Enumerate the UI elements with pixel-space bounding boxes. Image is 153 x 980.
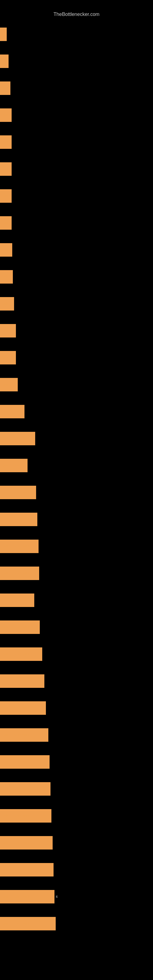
bar-row: Bottleneck result bbox=[0, 506, 153, 533]
bar-row: Bott bbox=[0, 263, 153, 290]
bar-row: Bott bbox=[0, 75, 153, 102]
bar-row: Bott bbox=[0, 183, 153, 210]
bar-value: 4 bbox=[56, 895, 57, 899]
bar-row: Bott bbox=[0, 236, 153, 263]
bar-row: Bottleneck result bbox=[0, 856, 153, 883]
bar-label: Bottle bbox=[1, 301, 13, 307]
bar-row: Bottlen bbox=[0, 344, 153, 371]
bar-row: Bottleneck result bbox=[0, 775, 153, 802]
bar-label: Bottleneck result bbox=[1, 436, 30, 441]
bar-label: Bottlen bbox=[1, 355, 14, 360]
bar-row: Bott bbox=[0, 210, 153, 236]
bar-label: Bott bbox=[1, 112, 10, 118]
bar-row: Bott bbox=[0, 129, 153, 156]
bar-row: Bottleneck result bbox=[0, 533, 153, 560]
bar-label: Bott bbox=[1, 86, 10, 91]
bar-label: Bott bbox=[1, 193, 10, 199]
bar-row: Bottleneck re bbox=[0, 452, 153, 479]
bar-row: Bottleneck result bbox=[0, 614, 153, 641]
bar-label: Bott bbox=[1, 166, 10, 172]
bar-label: Bottleneck resul bbox=[1, 598, 29, 603]
bar-row: Bottleneck resul bbox=[0, 587, 153, 614]
bar-label: Bo bbox=[1, 32, 8, 37]
bar-label: Bottleneck result bbox=[1, 544, 30, 549]
bar-label: Bottleneck result bbox=[1, 759, 30, 765]
bar-label: Bott bbox=[1, 274, 10, 280]
bar-label: Bottleneck result bbox=[1, 651, 30, 657]
bar-row: Bottleneck result bbox=[0, 641, 153, 668]
bar-row: Bott bbox=[0, 156, 153, 183]
bar-row: Bottleneck result bbox=[0, 802, 153, 829]
bar-row: Bottleneck result bbox=[0, 695, 153, 722]
bar-row: Bot bbox=[0, 48, 153, 75]
bar-row: Bottleneck result bbox=[0, 425, 153, 452]
bar-label: Bottleneck re bbox=[1, 463, 24, 468]
bar-label: Bottleneck result bbox=[1, 517, 30, 522]
bar-row: Bott bbox=[0, 102, 153, 129]
bar-label: Bottleneck result bbox=[1, 921, 30, 926]
bar-row: Bottleneck result4 bbox=[0, 883, 153, 910]
bar-row: Bottleneck result bbox=[0, 479, 153, 506]
bar-label: Bottlene bbox=[1, 382, 16, 387]
bar-label: Bot bbox=[1, 59, 9, 64]
bar-label: Bottleneck result bbox=[1, 705, 30, 711]
bar-label: Bott bbox=[1, 247, 10, 253]
bar-row: Bo bbox=[0, 21, 153, 48]
bar-row: Bottleneck result bbox=[0, 910, 153, 937]
bar-label: Bottleneck result bbox=[1, 840, 30, 846]
bar-row: Bottle bbox=[0, 290, 153, 317]
bar-label: Bott bbox=[1, 139, 10, 145]
bars-wrapper: BoBotBottBottBottBottBottBottBottBottBot… bbox=[0, 21, 153, 937]
bar-label: Bottleneck result bbox=[1, 571, 30, 576]
bar-row: Bottlene bbox=[0, 371, 153, 398]
bar-label: Bottleneck result bbox=[1, 813, 30, 819]
bar-label: Bottleneck r bbox=[1, 409, 22, 414]
bar-label: Bottleneck result bbox=[1, 894, 30, 899]
bar-label: Bottleneck result bbox=[1, 786, 30, 792]
chart-container: TheBottlenecker.com BoBotBottBottBottBot… bbox=[0, 0, 153, 980]
bar-label: Bott bbox=[1, 220, 10, 226]
bar-label: Bottlen bbox=[1, 328, 14, 334]
bar-label: Bottleneck result bbox=[1, 490, 30, 495]
bar-row: Bottleneck result bbox=[0, 722, 153, 748]
bar-row: Bottleneck result bbox=[0, 560, 153, 587]
bar-label: Bottleneck result bbox=[1, 678, 30, 684]
bar-row: Bottlen bbox=[0, 317, 153, 344]
bar-label: Bottleneck result bbox=[1, 624, 30, 630]
bar-label: Bottleneck result bbox=[1, 732, 30, 738]
bar-row: Bottleneck r bbox=[0, 398, 153, 425]
bar-row: Bottleneck result bbox=[0, 748, 153, 775]
bar-label: Bottleneck result bbox=[1, 867, 30, 872]
bar-row: Bottleneck result bbox=[0, 829, 153, 856]
site-title: TheBottlenecker.com bbox=[0, 9, 153, 21]
bar-row: Bottleneck result bbox=[0, 668, 153, 695]
